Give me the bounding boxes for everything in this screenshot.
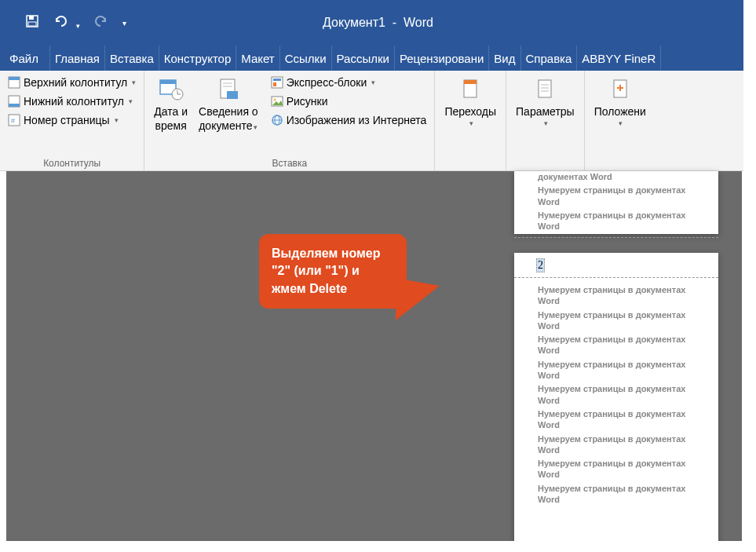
page-header-area[interactable]: 2 — [514, 253, 718, 278]
group-headers-label: Колонтитулы — [5, 158, 139, 170]
doc-text-line: Нумеруем страницы в документах Word — [538, 408, 695, 431]
tab-view[interactable]: Вид — [489, 46, 520, 71]
online-pictures-label: Изображения из Интернета — [287, 114, 427, 126]
pictures-icon — [271, 95, 283, 108]
pictures-button[interactable]: Рисунки — [268, 93, 430, 110]
group-position: Положени ▾ — [585, 71, 656, 170]
docinfo-label2: документе — [199, 119, 252, 132]
page-2[interactable]: 2 Нумеруем страницы в документах Word Ну… — [514, 253, 718, 543]
svg-rect-28 — [539, 80, 551, 97]
svg-rect-27 — [464, 80, 477, 84]
tab-home[interactable]: Главная — [50, 46, 105, 71]
tab-layout[interactable]: Макет — [236, 46, 279, 71]
docinfo-button[interactable]: Сведения о документе▾ — [194, 74, 263, 135]
svg-text:#: # — [11, 117, 15, 125]
quickparts-button[interactable]: Экспресс-блоки▾ — [268, 74, 430, 91]
docinfo-label1: Сведения о — [199, 105, 258, 118]
svg-rect-1 — [29, 16, 34, 20]
tab-file[interactable]: Файл — [0, 46, 50, 71]
navigation-button[interactable]: Переходы ▾ — [440, 74, 501, 130]
options-label: Параметры — [516, 105, 575, 118]
undo-icon[interactable]: ▾ — [53, 14, 80, 32]
doc-text-line: Нумеруем страницы в документах Word — [538, 284, 695, 307]
footer-button[interactable]: Нижний колонтитул▾ — [5, 93, 139, 110]
header-icon — [8, 76, 20, 89]
quick-access-toolbar: ▾ ▾ — [0, 14, 126, 32]
group-headers: Верхний колонтитул▾ Нижний колонтитул▾ #… — [0, 71, 144, 170]
group-insert-label: Вставка — [149, 158, 429, 170]
doc-text-line: Нумеруем страницы в документах Word — [538, 309, 695, 332]
online-pictures-icon — [271, 114, 283, 126]
quickparts-label: Экспресс-блоки — [287, 76, 367, 89]
header-button[interactable]: Верхний колонтитул▾ — [5, 74, 139, 91]
torn-edge-bottom — [0, 541, 756, 552]
page-1-bottom[interactable]: документах Word Нумеруем страницы в доку… — [514, 171, 718, 234]
doc-text-line: Нумеруем страницы в документах Word — [538, 185, 695, 207]
online-pictures-button[interactable]: Изображения из Интернета — [268, 111, 430, 129]
doc-text-line: Нумеруем страницы в документах Word — [538, 383, 695, 406]
svg-rect-6 — [9, 104, 20, 107]
pictures-label: Рисунки — [287, 95, 328, 108]
svg-rect-2 — [28, 22, 36, 26]
title-bar: ▾ ▾ Документ1 - Word — [0, 0, 756, 46]
svg-point-22 — [273, 99, 276, 101]
header-label: Верхний колонтитул — [24, 76, 127, 89]
group-navigation: Переходы ▾ — [435, 71, 506, 170]
svg-rect-4 — [9, 77, 20, 80]
options-icon — [532, 77, 557, 102]
document-workspace[interactable]: документах Word Нумеруем страницы в доку… — [6, 171, 742, 546]
tab-review[interactable]: Рецензировани — [395, 46, 489, 71]
svg-rect-19 — [273, 79, 281, 81]
doc-text-line: Нумеруем страницы в документах Word — [538, 483, 695, 506]
options-button[interactable]: Параметры ▾ — [511, 74, 579, 130]
page-number-field[interactable]: 2 — [536, 258, 545, 272]
page-number-button[interactable]: # Номер страницы▾ — [5, 111, 139, 129]
navigation-label: Переходы — [444, 105, 496, 118]
doc-text-line: Нумеруем страницы в документах Word — [538, 334, 695, 356]
doc-text-line: Нумеруем страницы в документах Word — [538, 359, 695, 382]
ribbon: Верхний колонтитул▾ Нижний колонтитул▾ #… — [0, 71, 756, 171]
group-options: Параметры ▾ — [506, 71, 585, 170]
tab-abbyy[interactable]: ABBYY FineR — [577, 46, 661, 71]
footer-icon — [8, 95, 20, 108]
docinfo-icon — [216, 77, 241, 102]
footer-label: Нижний колонтитул — [24, 95, 124, 108]
group-insert: Дата и время Сведения о документе▾ Экспр… — [144, 71, 435, 170]
svg-rect-20 — [273, 82, 276, 86]
tab-design[interactable]: Конструктор — [159, 46, 237, 71]
datetime-label2: время — [155, 119, 187, 132]
svg-rect-15 — [227, 91, 238, 99]
position-button[interactable]: Положени ▾ — [590, 74, 651, 130]
doc-text-line: документах Word — [538, 171, 695, 182]
navigation-icon — [458, 77, 483, 102]
datetime-label1: Дата и — [154, 105, 188, 118]
svg-rect-10 — [160, 80, 176, 84]
tab-help[interactable]: Справка — [521, 46, 578, 71]
quickparts-icon — [271, 76, 283, 89]
page-number-icon: # — [8, 114, 20, 126]
doc-text-line: Нумеруем страницы в документах Word — [538, 458, 695, 481]
datetime-icon — [159, 77, 184, 102]
callout-arrow-icon — [396, 278, 440, 320]
position-label: Положени — [594, 105, 646, 118]
callout-text: Выделяем номер "2" (или "1") и жмем Dele… — [272, 247, 380, 295]
tab-references[interactable]: Ссылки — [280, 46, 332, 71]
qat-customize-icon[interactable]: ▾ — [122, 19, 126, 27]
redo-icon[interactable] — [94, 14, 108, 32]
doc-text-line: Нумеруем страницы в документах Word — [538, 210, 695, 232]
save-icon[interactable] — [25, 14, 39, 32]
window-title: Документ1 - Word — [323, 16, 433, 30]
annotation-callout: Выделяем номер "2" (или "1") и жмем Dele… — [259, 234, 407, 309]
datetime-button[interactable]: Дата и время — [149, 74, 192, 135]
doc-text-line: Нумеруем страницы в документах Word — [538, 433, 695, 456]
ribbon-tabs: Файл Главная Вставка Конструктор Макет С… — [0, 46, 756, 71]
torn-edge-right — [743, 0, 756, 552]
position-icon — [608, 77, 633, 102]
tab-mailings[interactable]: Рассылки — [332, 46, 395, 71]
page-number-label: Номер страницы — [24, 114, 110, 126]
tab-insert[interactable]: Вставка — [105, 46, 159, 71]
